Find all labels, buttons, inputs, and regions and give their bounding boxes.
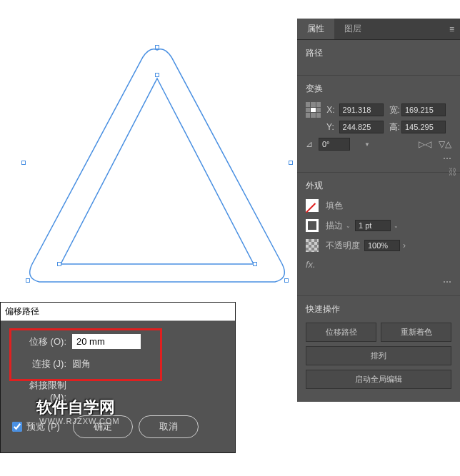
stroke-caret-icon[interactable]: ⌄ (346, 223, 351, 229)
appearance-section: 外观 填色 描边 ⌄ ⌄ 不透明度 › fx. ⋯ (297, 173, 460, 296)
preview-label: 预览 (P) (26, 420, 60, 433)
more-options-icon[interactable]: ⋯ (443, 153, 451, 163)
arrange-button[interactable]: 排列 (306, 346, 451, 365)
dialog-title: 偏移路径 (1, 303, 235, 321)
panel-menu-icon[interactable]: ≡ (444, 21, 460, 37)
miter-label: 斜接限制 (M): (12, 379, 66, 402)
offset-label: 位移 (O): (12, 335, 66, 348)
global-edit-button[interactable]: 启动全局编辑 (306, 370, 451, 389)
fx-icon[interactable]: fx. (306, 259, 316, 270)
rotate-input[interactable] (319, 138, 350, 151)
tab-properties[interactable]: 属性 (297, 19, 334, 39)
appearance-title: 外观 (306, 180, 451, 192)
handle-right[interactable] (289, 161, 293, 165)
opacity-swatch-icon[interactable] (306, 239, 319, 252)
reference-point-icon[interactable] (306, 102, 321, 118)
offset-input[interactable] (72, 334, 141, 349)
transform-section: 变换 X: 宽: Y: 高: ⛓ ⊿ ▼ ▷◁ ▽△ (297, 76, 460, 173)
w-label: 宽: (389, 104, 401, 116)
flip-horizontal-icon[interactable]: ▷◁ (419, 139, 431, 149)
y-input[interactable] (339, 121, 384, 133)
rotate-icon: ⊿ (306, 139, 313, 149)
rotate-caret-icon[interactable]: ▼ (364, 141, 370, 148)
path-section: 路径 (297, 40, 460, 76)
opacity-input[interactable] (364, 240, 400, 251)
join-label: 连接 (J): (12, 358, 66, 370)
triangle-inner[interactable] (54, 71, 261, 278)
transform-title: 变换 (306, 83, 451, 95)
stroke-label: 描边 (326, 220, 343, 232)
offset-path-dialog: 偏移路径 位移 (O): 连接 (J): 圆角 斜接限制 (M): 软件自学网 … (0, 302, 236, 453)
w-input[interactable] (401, 103, 446, 116)
link-wh-icon[interactable]: ⛓ (449, 167, 457, 177)
path-title: 路径 (306, 47, 451, 59)
handle-left[interactable] (21, 161, 26, 165)
handle-br[interactable] (284, 278, 289, 283)
recolor-button[interactable]: 重新着色 (381, 323, 451, 342)
panel-tabs: 属性 图层 ≡ (297, 19, 460, 40)
quick-title: 快速操作 (306, 303, 451, 315)
appearance-more-icon[interactable]: ⋯ (443, 277, 451, 287)
offset-path-button[interactable]: 位移路径 (306, 323, 376, 342)
cancel-button[interactable]: 取消 (139, 415, 199, 438)
join-select[interactable]: 圆角 (72, 358, 91, 370)
handle-top[interactable] (155, 45, 159, 49)
fill-label: 填色 (326, 200, 343, 212)
handle-br-inner[interactable] (253, 262, 257, 266)
tab-layers[interactable]: 图层 (334, 19, 371, 39)
stroke-weight-input[interactable] (355, 220, 391, 231)
stroke-swatch-icon[interactable] (306, 219, 319, 232)
stroke-weight-caret-icon[interactable]: ⌄ (394, 223, 399, 229)
handle-top-inner[interactable] (155, 73, 159, 77)
preview-checkbox[interactable] (12, 422, 22, 432)
opacity-label: 不透明度 (326, 240, 360, 252)
flip-vertical-icon[interactable]: ▽△ (439, 139, 451, 149)
ok-button[interactable]: 确定 (73, 415, 133, 438)
h-label: 高: (389, 121, 401, 133)
handle-bl-inner[interactable] (57, 262, 61, 266)
y-label: Y: (326, 122, 339, 132)
fill-swatch-icon[interactable] (306, 199, 319, 212)
opacity-arrow-icon[interactable]: › (403, 240, 406, 250)
handle-bl[interactable] (26, 278, 30, 283)
h-input[interactable] (401, 121, 446, 133)
x-label: X: (326, 105, 339, 115)
quick-actions-section: 快速操作 位移路径 重新着色 排列 启动全局编辑 (297, 296, 460, 402)
canvas-area[interactable] (0, 0, 293, 314)
properties-panel: 属性 图层 ≡ 路径 变换 X: 宽: Y: 高: ⛓ ⊿ (297, 19, 460, 402)
x-input[interactable] (339, 103, 384, 116)
